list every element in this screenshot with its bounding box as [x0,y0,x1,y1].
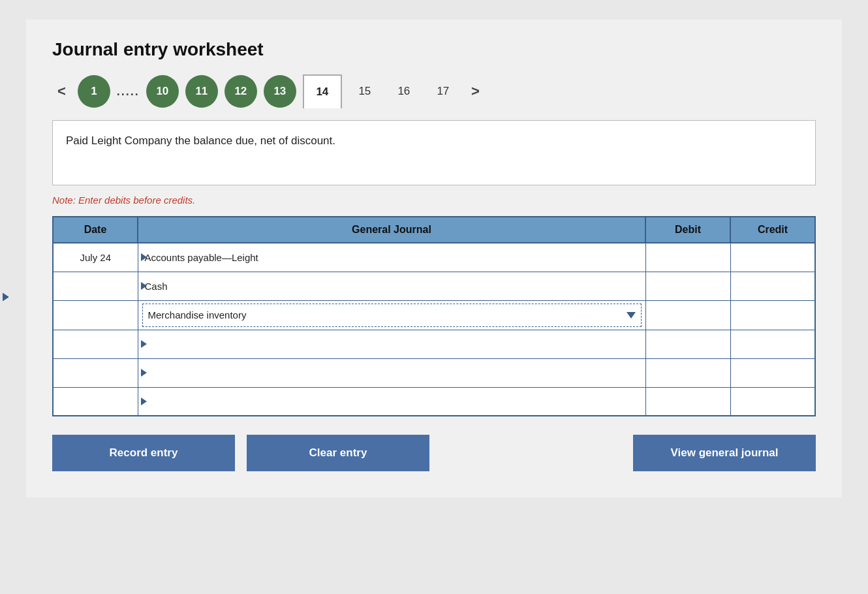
cell-credit-4[interactable] [730,330,815,358]
page-item-14[interactable]: 14 [303,74,342,108]
dropdown-arrow-icon [627,312,636,319]
description-box: Paid Leight Company the balance due, net… [52,120,816,185]
page-item-13[interactable]: 13 [264,75,296,108]
cell-debit-5[interactable] [645,358,730,387]
page-title: Journal entry worksheet [52,39,816,60]
cell-credit-5[interactable] [730,358,815,387]
description-text: Paid Leight Company the balance due, net… [66,134,335,147]
cell-arrow-icon-5 [141,369,147,377]
table-row: Cash [53,272,815,300]
cell-date-6 [53,387,138,416]
cell-date-3 [53,300,138,330]
cell-date-2 [53,272,138,300]
cell-debit-4[interactable] [645,330,730,358]
cell-credit-3[interactable] [730,300,815,330]
page-item-10[interactable]: 10 [146,75,179,108]
table-row: Merchandise inventory [53,300,815,330]
table-row [53,358,815,387]
cell-date-5 [53,358,138,387]
page-item-11[interactable]: 11 [185,75,218,108]
table-row: July 24 Accounts payable—Leight [53,243,815,272]
cell-debit-6[interactable] [645,387,730,416]
cell-journal-6[interactable] [138,387,645,416]
cell-credit-1[interactable] [730,243,815,272]
prev-arrow[interactable]: < [52,80,71,102]
note-text: Note: Enter debits before credits. [52,195,816,206]
record-entry-button[interactable]: Record entry [52,435,235,471]
cell-arrow-icon-1 [141,253,147,261]
page-item-15[interactable]: 15 [349,75,381,108]
dropdown-value: Merchandise inventory [148,309,247,320]
cell-credit-6[interactable] [730,387,815,416]
cell-date-4 [53,330,138,358]
view-general-journal-button[interactable]: View general journal [633,435,816,471]
header-date: Date [53,217,138,243]
pagination: < 1 ..... 10 11 12 13 14 15 16 17 > [52,74,816,108]
clear-entry-button[interactable]: Clear entry [247,435,429,471]
cell-arrow-icon-6 [141,398,147,405]
cell-date-1: July 24 [53,243,138,272]
page-item-16[interactable]: 16 [388,75,420,108]
cell-journal-1[interactable]: Accounts payable—Leight [138,243,645,272]
cell-arrow-icon-4 [141,340,147,348]
cell-debit-3[interactable] [645,300,730,330]
header-general-journal: General Journal [138,217,645,243]
page-item-1[interactable]: 1 [78,75,110,108]
cell-debit-1[interactable] [645,243,730,272]
journal-table: Date General Journal Debit Credit July 2… [52,216,816,416]
page-item-17[interactable]: 17 [427,75,459,108]
cell-journal-4[interactable] [138,330,645,358]
table-row [53,387,815,416]
cell-arrow-icon-2 [141,282,147,290]
pagination-dots: ..... [117,85,140,99]
cell-debit-2[interactable] [645,272,730,300]
table-row [53,330,815,358]
cell-journal-3[interactable]: Merchandise inventory [138,300,645,330]
next-arrow[interactable]: > [466,80,485,102]
cell-credit-2[interactable] [730,272,815,300]
header-credit: Credit [730,217,815,243]
cell-journal-2[interactable]: Cash [138,272,645,300]
button-row: Record entry Clear entry View general jo… [52,435,816,471]
credit-arrow-icon-6 [3,293,8,301]
page-item-12[interactable]: 12 [225,75,257,108]
header-debit: Debit [645,217,730,243]
dropdown-cell[interactable]: Merchandise inventory [142,304,642,327]
cell-journal-5[interactable] [138,358,645,387]
